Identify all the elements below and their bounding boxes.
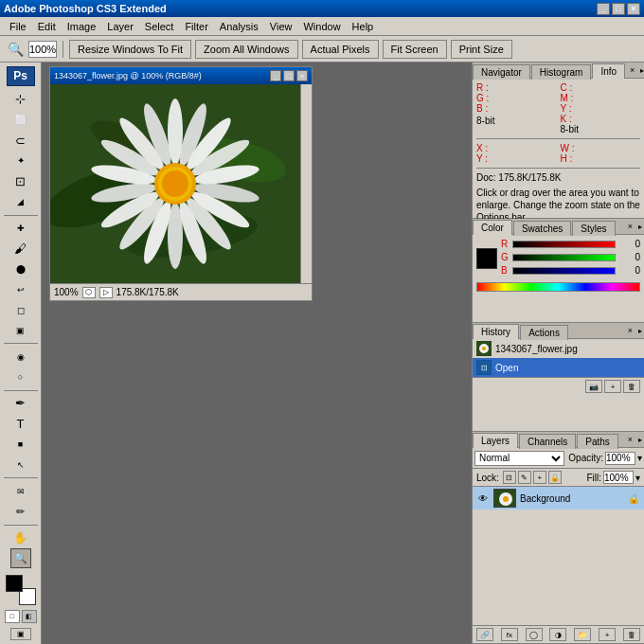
- eyedropper-tool[interactable]: ✏: [10, 502, 31, 522]
- layer-group-btn[interactable]: 📁: [574, 628, 591, 641]
- path-tool[interactable]: ↖: [10, 456, 31, 475]
- layers-panel-close[interactable]: ×: [624, 435, 636, 444]
- tab-channels[interactable]: Channels: [519, 434, 576, 449]
- zoom-all-btn[interactable]: Zoom All Windows: [195, 40, 297, 59]
- screen-mode-btn[interactable]: ▣: [10, 628, 31, 640]
- layer-new-btn[interactable]: +: [599, 628, 616, 641]
- history-item-1[interactable]: ⊡ Open: [473, 358, 644, 377]
- b-slider-track[interactable]: [512, 267, 616, 275]
- tab-paths[interactable]: Paths: [577, 434, 618, 449]
- nav-panel-menu[interactable]: ▸: [638, 66, 644, 75]
- hand-tool[interactable]: ✋: [10, 528, 31, 547]
- lasso-tool[interactable]: ⊂: [10, 131, 31, 151]
- close-btn[interactable]: ×: [627, 3, 640, 15]
- opacity-input[interactable]: [605, 452, 635, 465]
- actual-pixels-btn[interactable]: Actual Pixels: [302, 40, 379, 59]
- nav-panel-close[interactable]: ×: [626, 65, 638, 75]
- history-create-btn[interactable]: +: [604, 380, 621, 393]
- fill-input[interactable]: [603, 471, 634, 484]
- gradient-tool[interactable]: ▣: [10, 321, 31, 341]
- tab-styles[interactable]: Styles: [572, 221, 615, 236]
- zoom-input[interactable]: [28, 41, 57, 58]
- menu-window[interactable]: Window: [297, 19, 346, 34]
- standard-mode-btn[interactable]: □: [5, 610, 20, 623]
- tab-history[interactable]: History: [473, 324, 519, 339]
- layer-item-background[interactable]: 👁 Background 🔒: [473, 487, 644, 510]
- pen-tool[interactable]: ✒: [10, 394, 31, 414]
- menu-select[interactable]: Select: [139, 19, 180, 34]
- minimize-btn[interactable]: _: [597, 3, 610, 15]
- img-minimize-btn[interactable]: _: [270, 70, 281, 81]
- color-spectrum[interactable]: [476, 282, 640, 292]
- healing-tool[interactable]: ✚: [10, 219, 31, 239]
- menu-layer[interactable]: Layer: [101, 19, 139, 34]
- history-panel-close[interactable]: ×: [624, 326, 636, 335]
- c-label: C :: [561, 82, 573, 93]
- tab-swatches[interactable]: Swatches: [513, 221, 571, 236]
- lock-move-icon[interactable]: ✎: [518, 471, 531, 484]
- layer-visibility-icon[interactable]: 👁: [476, 492, 490, 505]
- menu-image[interactable]: Image: [62, 19, 102, 34]
- tab-actions[interactable]: Actions: [520, 325, 568, 340]
- menu-help[interactable]: Help: [347, 19, 380, 34]
- lock-px-icon[interactable]: ⊡: [503, 471, 516, 484]
- lock-position-icon[interactable]: 🔒: [548, 471, 562, 484]
- img-close-btn[interactable]: ×: [296, 70, 308, 81]
- history-panel-menu[interactable]: ▸: [636, 327, 644, 335]
- tab-info[interactable]: Info: [592, 63, 625, 79]
- g-slider-track[interactable]: [512, 254, 616, 261]
- notes-tool[interactable]: ✉: [10, 481, 31, 501]
- menu-analysis[interactable]: Analysis: [214, 19, 264, 34]
- tab-layers[interactable]: Layers: [473, 433, 518, 448]
- text-tool[interactable]: T: [10, 414, 31, 434]
- b-slider-label: B: [501, 265, 510, 276]
- status-icon[interactable]: ▷: [99, 287, 113, 298]
- layer-link-btn[interactable]: 🔗: [476, 628, 493, 641]
- print-size-btn[interactable]: Print Size: [451, 40, 512, 59]
- move-tool[interactable]: ⊹: [10, 90, 31, 110]
- tab-histogram[interactable]: Histogram: [531, 64, 592, 80]
- crop-tool[interactable]: ⊡: [10, 171, 31, 191]
- blend-mode-select[interactable]: Normal: [474, 451, 564, 466]
- history-item-0[interactable]: 1343067_flower.jpg: [473, 339, 644, 358]
- r-slider-track[interactable]: [512, 241, 616, 248]
- fg-color-box[interactable]: [476, 248, 497, 269]
- menu-file[interactable]: File: [4, 19, 32, 34]
- layer-style-btn[interactable]: fx: [501, 628, 518, 641]
- zoom-tool[interactable]: 🔍: [10, 548, 31, 568]
- layer-mask-btn[interactable]: ◯: [526, 628, 543, 641]
- color-panel-close[interactable]: ×: [624, 222, 636, 231]
- blur-tool[interactable]: ◉: [10, 347, 31, 367]
- layers-panel-menu[interactable]: ▸: [636, 436, 644, 444]
- history-delete-btn[interactable]: 🗑: [623, 380, 640, 393]
- tab-navigator[interactable]: Navigator: [473, 64, 530, 80]
- img-maximize-btn[interactable]: □: [283, 70, 295, 81]
- maximize-btn[interactable]: □: [612, 3, 625, 15]
- fit-screen-btn[interactable]: Fit Screen: [383, 40, 447, 59]
- vertical-scrollbar[interactable]: [300, 84, 312, 283]
- resize-windows-btn[interactable]: Resize Windows To Fit: [69, 40, 191, 59]
- quickselect-tool[interactable]: ✦: [10, 152, 31, 171]
- shape-tool[interactable]: ■: [10, 435, 31, 455]
- dodge-tool[interactable]: ○: [10, 367, 31, 387]
- lock-all-icon[interactable]: +: [533, 471, 546, 484]
- layer-adj-btn[interactable]: ◑: [549, 628, 566, 641]
- marquee-tool[interactable]: ⬜: [10, 110, 31, 130]
- fill-arrow[interactable]: ▾: [635, 473, 640, 483]
- slice-tool[interactable]: ◢: [10, 192, 31, 212]
- quickmask-btn[interactable]: ◧: [22, 610, 37, 623]
- fg-color[interactable]: [6, 575, 23, 592]
- history-snapshot-btn[interactable]: 📷: [585, 380, 602, 393]
- opacity-arrow[interactable]: ▾: [637, 453, 642, 463]
- zoom-status-icon[interactable]: ⬡: [82, 287, 96, 298]
- menu-filter[interactable]: Filter: [179, 19, 213, 34]
- brush-tool[interactable]: 🖌: [10, 239, 31, 259]
- stamp-tool[interactable]: ⬤: [10, 259, 31, 279]
- tab-color[interactable]: Color: [473, 220, 512, 235]
- eraser-tool[interactable]: ◻: [10, 300, 31, 320]
- history-brush-tool[interactable]: ↩: [10, 280, 31, 300]
- menu-view[interactable]: View: [264, 19, 298, 34]
- color-panel-menu[interactable]: ▸: [636, 223, 644, 231]
- layer-delete-btn[interactable]: 🗑: [623, 628, 640, 641]
- menu-edit[interactable]: Edit: [32, 19, 62, 34]
